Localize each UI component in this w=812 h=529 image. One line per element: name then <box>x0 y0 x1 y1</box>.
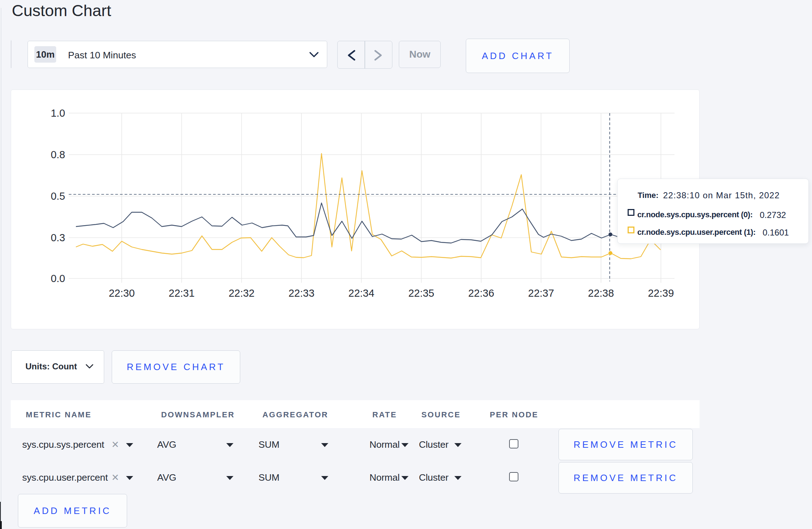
svg-text:22:34: 22:34 <box>348 287 374 299</box>
svg-text:22:30: 22:30 <box>109 287 135 299</box>
svg-text:0.5: 0.5 <box>51 190 65 202</box>
svg-text:22:36: 22:36 <box>468 287 494 299</box>
svg-text:22:37: 22:37 <box>528 287 554 299</box>
svg-text:1.0: 1.0 <box>51 107 65 119</box>
svg-text:22:31: 22:31 <box>169 287 195 299</box>
svg-text:0.3: 0.3 <box>51 232 65 243</box>
svg-text:0.0: 0.0 <box>51 273 65 284</box>
svg-text:22:32: 22:32 <box>228 287 255 299</box>
svg-text:22:38: 22:38 <box>588 287 614 299</box>
svg-text:22:39: 22:39 <box>648 287 674 299</box>
svg-text:0.8: 0.8 <box>51 149 65 160</box>
svg-text:22:33: 22:33 <box>289 287 315 299</box>
svg-text:22:35: 22:35 <box>408 287 434 299</box>
